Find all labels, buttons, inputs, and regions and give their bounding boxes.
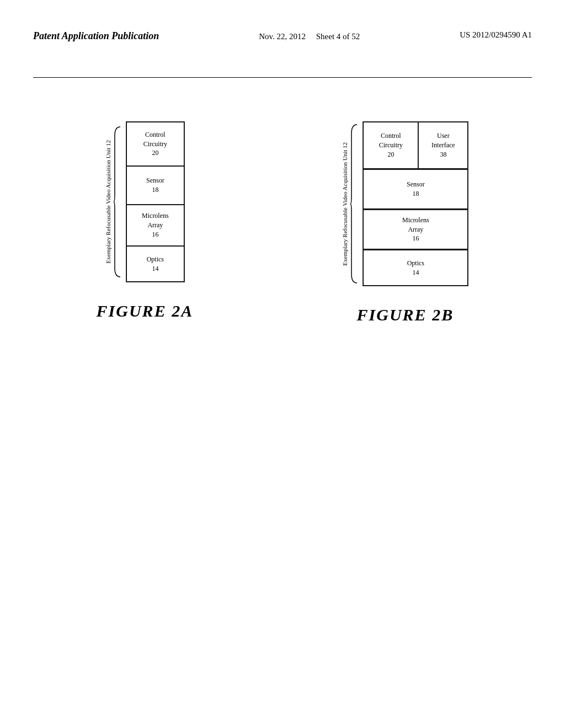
sensor-box-2b: Sensor 18 (363, 169, 468, 209)
figure-2b-unit-label: Exemplary Refocusable Video Acquisition … (342, 122, 359, 285)
figure-2a-label: FIGURE 2A (97, 302, 194, 320)
control-circuitry-box-2b: Control Circuitry 20 (363, 122, 418, 169)
publication-title: Patent Application Publication (33, 30, 159, 42)
figure-2b-row-microlens: Microlens Array 16 (363, 210, 468, 250)
microlens-box-2a: Microlens Array 16 (126, 205, 184, 246)
figure-2a-unit-text: Exemplary Refocusable Video Acquisition … (105, 140, 111, 264)
figure-2b-row-top: Control Circuitry 20 User Interface 38 (363, 122, 468, 169)
publication-number: US 2012/0294590 A1 (460, 30, 532, 40)
figure-2b-brace-svg (349, 122, 359, 285)
user-interface-box-2b: User Interface 38 (418, 122, 468, 169)
publication-date-sheet: Nov. 22, 2012 Sheet 4 of 52 (259, 30, 360, 43)
figure-2b-block: Exemplary Refocusable Video Acquisition … (342, 121, 468, 324)
figures-container: Exemplary Refocusable Video Acquisition … (33, 88, 532, 324)
figure-2b-outer-stack: Control Circuitry 20 User Interface 38 S… (363, 121, 468, 286)
figure-2a-block: Exemplary Refocusable Video Acquisition … (97, 121, 194, 320)
sheet-info: Sheet 4 of 52 (316, 32, 360, 41)
pub-date: Nov. 22, 2012 (259, 32, 306, 41)
figure-2a-brace-svg (113, 125, 122, 279)
figure-2a-unit-label: Exemplary Refocusable Video Acquisition … (105, 125, 122, 279)
figure-2a-stack: Control Circuitry 20 Sensor 18 Microlens… (126, 121, 185, 282)
figure-2b-diagram-area: Exemplary Refocusable Video Acquisition … (342, 121, 468, 286)
figure-2b-row-sensor: Sensor 18 (363, 169, 468, 210)
sensor-box-2a: Sensor 18 (126, 166, 184, 205)
optics-box-2b: Optics 14 (363, 250, 468, 286)
optics-box-2a: Optics 14 (126, 246, 184, 282)
figure-2b-row-optics: Optics 14 (363, 250, 468, 286)
figure-2b-label: FIGURE 2B (357, 306, 454, 324)
figure-2a-diagram-area: Exemplary Refocusable Video Acquisition … (105, 121, 185, 282)
control-circuitry-box-2a: Control Circuitry 20 (126, 122, 184, 166)
header-divider (33, 77, 532, 78)
figure-2b-unit-text: Exemplary Refocusable Video Acquisition … (342, 142, 348, 266)
page-header: Patent Application Publication Nov. 22, … (0, 30, 565, 43)
microlens-box-2b: Microlens Array 16 (363, 210, 468, 249)
